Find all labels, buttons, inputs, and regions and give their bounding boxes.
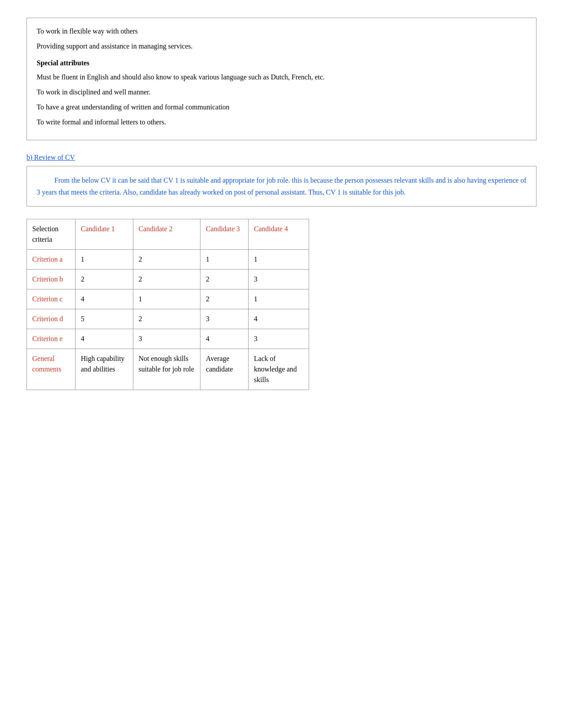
attr4: To write formal and informal letters to … (37, 117, 526, 128)
col-header-4: Candidate 4 (249, 219, 309, 250)
cell-0-3: 1 (249, 250, 309, 270)
cell-0-1: 2 (133, 250, 200, 270)
row-label-3: Criterion d (27, 309, 76, 329)
cell-4-0: 4 (76, 329, 133, 349)
cell-3-2: 3 (200, 309, 249, 329)
line1: To work in flexible way with others (37, 26, 526, 37)
review-box: From the below CV it can be said that CV… (26, 166, 537, 206)
selection-criteria-table: Selection criteriaCandidate 1Candidate 2… (26, 219, 309, 390)
row-label-0: Criterion a (27, 250, 76, 270)
row-label-4: Criterion e (27, 329, 76, 349)
general-comments-4: Lack of knowledge and skills (249, 349, 309, 390)
cell-0-0: 1 (76, 250, 133, 270)
attr1: Must be fluent in English and should als… (37, 72, 526, 83)
cell-3-0: 5 (76, 309, 133, 329)
cell-1-2: 2 (200, 270, 249, 289)
col-header-3: Candidate 3 (200, 219, 249, 250)
attr3: To have a great understanding of written… (37, 102, 526, 113)
cell-2-1: 1 (133, 289, 200, 309)
cell-1-3: 3 (249, 270, 309, 289)
general-comments-1: High capability and abilities (76, 349, 133, 390)
cell-3-3: 4 (249, 309, 309, 329)
col-header-2: Candidate 2 (133, 219, 200, 250)
general-comments-3: Average candidate (200, 349, 249, 390)
attr2: To work in disciplined and well manner. (37, 87, 526, 98)
line2: Providing support and assistance in mana… (37, 41, 526, 52)
review-text: From the below CV it can be said that CV… (37, 174, 526, 198)
col-header-1: Candidate 1 (76, 219, 133, 250)
cell-2-2: 2 (200, 289, 249, 309)
col-selection-criteria: Selection criteria (27, 219, 76, 250)
cell-2-3: 1 (249, 289, 309, 309)
general-comments-label: General comments (27, 349, 76, 390)
cell-1-1: 2 (133, 270, 200, 289)
cell-2-0: 4 (76, 289, 133, 309)
general-comments-2: Not enough skills suitable for job role (133, 349, 200, 390)
cell-0-2: 1 (200, 250, 249, 270)
review-link[interactable]: b) Review of CV (26, 154, 75, 161)
cell-1-0: 2 (76, 270, 133, 289)
row-label-1: Criterion b (27, 270, 76, 289)
row-label-2: Criterion c (27, 289, 76, 309)
special-attributes-heading: Special attributes (37, 58, 526, 68)
cell-4-2: 4 (200, 329, 249, 349)
top-content-box: To work in flexible way with others Prov… (26, 18, 537, 140)
cell-3-1: 2 (133, 309, 200, 329)
cell-4-3: 3 (249, 329, 309, 349)
cell-4-1: 3 (133, 329, 200, 349)
